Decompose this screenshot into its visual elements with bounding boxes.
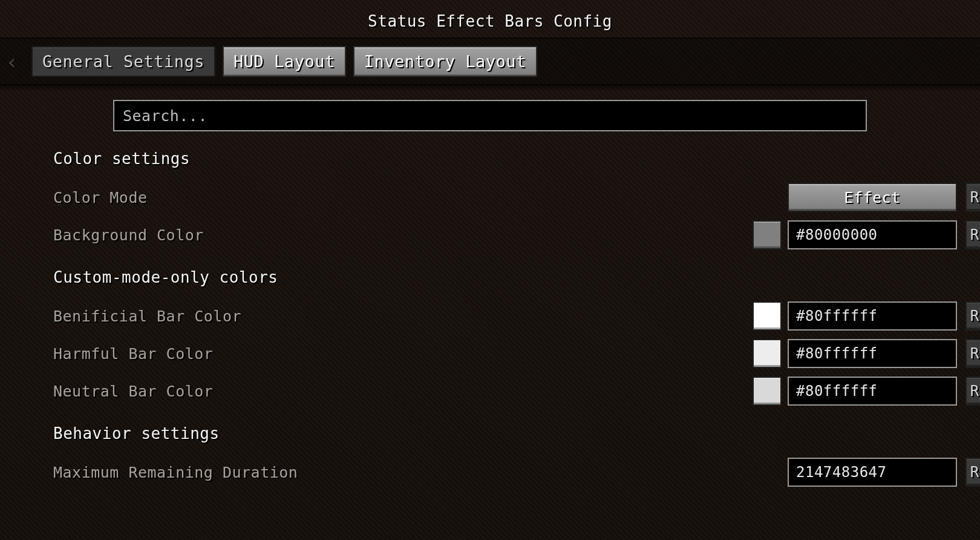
tabs-strip: ‹ General Settings HUD Layout Inventory … [0,38,980,85]
row-neutral-bar-color: Neutral Bar Color Reset [53,372,980,410]
row-background-color: Background Color Reset [53,216,980,254]
search-input[interactable] [113,100,867,131]
back-arrow-icon[interactable]: ‹ [0,50,24,74]
color-mode-button[interactable]: Effect [788,183,957,212]
title-bar: Status Effect Bars Config [0,0,980,38]
reset-beneficial-bar-color[interactable]: Reset [965,301,980,331]
label-max-remaining-duration: Maximum Remaining Duration [53,464,779,481]
input-background-color[interactable] [788,220,957,249]
swatch-beneficial-bar-color[interactable] [753,301,782,331]
section-heading-custom-mode: Custom-mode-only colors [53,268,980,286]
row-max-remaining-duration: Maximum Remaining Duration Reset [53,453,980,491]
value-neutral-bar-color [753,377,957,406]
value-background-color [753,220,957,249]
label-color-mode: Color Mode [53,189,779,206]
page-title: Status Effect Bars Config [0,12,980,30]
value-beneficial-bar-color [753,301,957,331]
reset-color-mode[interactable]: Reset [965,183,980,212]
tab-inventory-layout[interactable]: Inventory Layout [353,46,537,77]
label-neutral-bar-color: Neutral Bar Color [53,383,744,400]
value-color-mode: Effect [788,183,957,212]
row-beneficial-bar-color: Benificial Bar Color Reset [53,297,980,335]
input-neutral-bar-color[interactable] [788,377,957,406]
label-harmful-bar-color: Harmful Bar Color [53,345,744,363]
tab-hud-layout[interactable]: HUD Layout [223,46,346,77]
swatch-neutral-bar-color[interactable] [753,377,782,406]
reset-neutral-bar-color[interactable]: Reset [965,377,980,406]
settings-list: Color settings Color Mode Effect Reset B… [0,150,980,491]
config-body: Color settings Color Mode Effect Reset B… [0,85,980,522]
row-harmful-bar-color: Harmful Bar Color Reset [53,335,980,372]
reset-harmful-bar-color[interactable]: Reset [965,339,980,368]
input-beneficial-bar-color[interactable] [788,301,957,331]
value-max-remaining-duration [788,458,957,487]
input-max-remaining-duration[interactable] [788,458,957,487]
input-harmful-bar-color[interactable] [788,339,957,368]
section-heading-behavior: Behavior settings [53,424,980,443]
reset-max-remaining-duration[interactable]: Reset [965,458,980,487]
row-color-mode: Color Mode Effect Reset [53,179,980,216]
reset-background-color[interactable]: Reset [965,220,980,249]
value-harmful-bar-color [753,339,957,368]
label-beneficial-bar-color: Benificial Bar Color [53,308,744,325]
search-wrap [113,100,867,131]
swatch-harmful-bar-color[interactable] [753,339,782,368]
scroll-shadow [0,85,980,91]
label-background-color: Background Color [53,226,744,244]
section-heading-color-settings: Color settings [53,150,980,168]
tab-general-settings[interactable]: General Settings [31,46,215,77]
swatch-background-color[interactable] [753,220,782,249]
